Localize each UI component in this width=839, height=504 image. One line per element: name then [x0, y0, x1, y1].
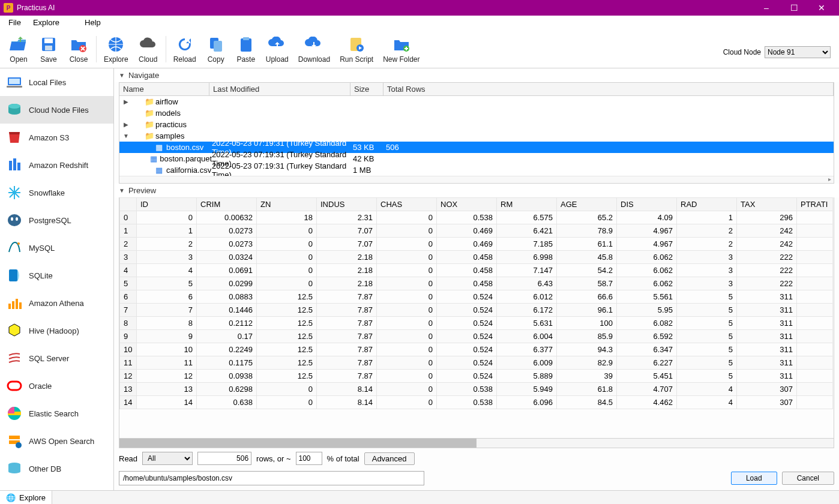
- grid-col-DIS[interactable]: DIS: [617, 198, 677, 211]
- save-button[interactable]: Save: [36, 34, 61, 65]
- collapse-icon: ▼: [119, 72, 125, 79]
- grid-row[interactable]: 110.027307.0700.4696.42178.94.9672242: [120, 224, 833, 238]
- reload-button[interactable]: Reload: [171, 34, 199, 65]
- nav-folder[interactable]: ▶📁airflow: [119, 96, 834, 107]
- grid-row[interactable]: 11110.117512.57.8700.5246.00982.96.22753…: [120, 356, 833, 370]
- new-folder-icon: [392, 35, 411, 54]
- run-script-button[interactable]: Run Script: [337, 34, 376, 65]
- sidebar-item-sql-server[interactable]: SQL Server: [0, 344, 113, 372]
- col-total-rows[interactable]: Total Rows: [383, 83, 834, 95]
- grid-row[interactable]: 14140.63808.1400.5386.09684.54.4624307: [120, 396, 833, 409]
- grid-cell: [797, 290, 833, 304]
- nav-scrollbar[interactable]: [119, 176, 834, 183]
- grid-row[interactable]: 220.027307.0700.4697.18561.14.9672242: [120, 238, 833, 251]
- sidebar-item-hive-hadoop-[interactable]: Hive (Hadoop): [0, 317, 113, 344]
- close-window-button[interactable]: ✕: [808, 0, 835, 16]
- grid-row[interactable]: 12120.093812.57.8700.5245.889395.4515311: [120, 370, 833, 383]
- grid-col-CRIM[interactable]: CRIM: [197, 198, 257, 211]
- grid-cell: 12.5: [257, 330, 317, 343]
- grid-row[interactable]: 770.144612.57.8700.5246.17296.15.955311: [120, 304, 833, 317]
- grid-row[interactable]: 330.032402.1800.4586.99845.86.0623222: [120, 251, 833, 264]
- grid-cell: 78.9: [557, 224, 617, 238]
- sidebar-item-local-files[interactable]: Local Files: [0, 68, 113, 96]
- sidebar-item-oracle[interactable]: Oracle: [0, 372, 113, 400]
- col-modified[interactable]: Last Modified: [209, 83, 350, 95]
- grid-row[interactable]: 660.088312.57.8700.5246.01266.65.5615311: [120, 290, 833, 304]
- grid-row[interactable]: 000.00632182.3100.5386.57565.24.091296: [120, 211, 833, 224]
- grid-row[interactable]: 880.211212.57.8700.5245.6311006.0825311: [120, 317, 833, 330]
- grid-cell: 7.07: [317, 238, 377, 251]
- sidebar-item-aws-open-search[interactable]: AWS Open Search: [0, 427, 113, 455]
- sidebar-item-amazon-redshift[interactable]: Amazon Redshift: [0, 151, 113, 179]
- grid-cell: 0: [377, 396, 437, 409]
- sidebar-item-amazon-s3[interactable]: Amazon S3: [0, 124, 113, 151]
- explore-button[interactable]: Explore: [101, 34, 131, 65]
- grid-col-CHAS[interactable]: CHAS: [377, 198, 437, 211]
- grid-rownum: 1: [120, 224, 137, 238]
- col-size[interactable]: Size: [350, 83, 383, 95]
- paste-button[interactable]: Paste: [233, 34, 259, 65]
- tab-explore[interactable]: 🌐 Explore: [0, 491, 52, 504]
- grid-col-INDUS[interactable]: INDUS: [317, 198, 377, 211]
- sidebar-item-sqlite[interactable]: SQLite: [0, 262, 113, 289]
- sidebar-item-elastic-search[interactable]: Elastic Search: [0, 400, 113, 427]
- sidebar-item-amazon-athena[interactable]: Amazon Athena: [0, 289, 113, 317]
- preview-grid[interactable]: IDCRIMZNINDUSCHASNOXRMAGEDISRADTAXPTRATI…: [119, 197, 834, 439]
- sidebar-item-postgresql[interactable]: PostgreSQL: [0, 206, 113, 234]
- pct-input[interactable]: [296, 452, 322, 465]
- cloud-button[interactable]: Cloud: [136, 34, 161, 65]
- grid-col-NOX[interactable]: NOX: [437, 198, 497, 211]
- path-input[interactable]: [119, 471, 424, 485]
- sidebar-item-mysql[interactable]: MySQL: [0, 234, 113, 262]
- advanced-button[interactable]: Advanced: [364, 452, 415, 465]
- rows-input[interactable]: [197, 452, 251, 465]
- sidebar-item-other-db[interactable]: Other DB: [0, 455, 113, 482]
- menu-help[interactable]: Help: [79, 17, 107, 28]
- grid-col-RM[interactable]: RM: [497, 198, 557, 211]
- download-button[interactable]: Download: [296, 34, 332, 65]
- grid-cell: 0.469: [437, 224, 497, 238]
- grid-row[interactable]: 550.029902.1800.4586.4358.76.0623222: [120, 277, 833, 290]
- cancel-button[interactable]: Cancel: [782, 472, 834, 485]
- upload-button[interactable]: Upload: [263, 34, 291, 65]
- new-folder-button[interactable]: New Folder: [380, 34, 422, 65]
- cloud-node-dropdown[interactable]: Node 91: [765, 46, 831, 58]
- grid-row[interactable]: 440.069102.1800.4587.14754.26.0623222: [120, 264, 833, 277]
- grid-row[interactable]: 990.1712.57.8700.5246.00485.96.5925311: [120, 330, 833, 343]
- navigate-header[interactable]: ▼ Navigate: [114, 68, 839, 82]
- grid-col-PTRATI[interactable]: PTRATI: [797, 198, 833, 211]
- sidebar-item-snowflake[interactable]: Snowflake: [0, 179, 113, 206]
- nav-folder[interactable]: 📁models: [119, 107, 834, 119]
- grid-col-TAX[interactable]: TAX: [737, 198, 797, 211]
- col-name[interactable]: Name: [119, 83, 209, 95]
- grid-col-ZN[interactable]: ZN: [257, 198, 317, 211]
- grid-cell: 222: [737, 264, 797, 277]
- grid-col-AGE[interactable]: AGE: [557, 198, 617, 211]
- read-mode-select[interactable]: All: [142, 452, 193, 465]
- preview-hscrollbar[interactable]: [119, 439, 834, 448]
- grid-row[interactable]: 10100.224912.57.8700.5246.37794.36.34753…: [120, 343, 833, 356]
- nav-folder[interactable]: ▶📁practicus: [119, 119, 834, 130]
- grid-cell: 0.17: [197, 330, 257, 343]
- grid-cell: 0: [377, 277, 437, 290]
- grid-cell: 4.707: [617, 383, 677, 396]
- minimize-button[interactable]: –: [753, 0, 780, 16]
- load-button[interactable]: Load: [731, 472, 777, 485]
- grid-row[interactable]: 13130.629808.1400.5385.94961.84.7074307: [120, 383, 833, 396]
- grid-col-ID[interactable]: ID: [137, 198, 197, 211]
- sidebar-item-cloud-node-files[interactable]: Cloud Node Files: [0, 96, 113, 124]
- close-button[interactable]: Close: [66, 34, 91, 65]
- preview-header[interactable]: ▼ Preview: [114, 184, 839, 197]
- nav-file[interactable]: ▦california.csv2022-05-23 07:19:31 (Turk…: [119, 164, 834, 176]
- menu-explore[interactable]: Explore: [27, 17, 65, 28]
- svg-rect-18: [13, 158, 16, 170]
- grid-col-RAD[interactable]: RAD: [677, 198, 737, 211]
- grid-cell: 2: [137, 238, 197, 251]
- menu-file[interactable]: File: [2, 17, 27, 28]
- grid-cell: 6.012: [497, 290, 557, 304]
- sidebar-item-label: Amazon Athena: [29, 299, 84, 308]
- copy-button[interactable]: Copy: [203, 34, 229, 65]
- maximize-button[interactable]: ☐: [780, 0, 808, 16]
- open-button[interactable]: Open: [6, 34, 31, 65]
- download-icon: [304, 35, 323, 54]
